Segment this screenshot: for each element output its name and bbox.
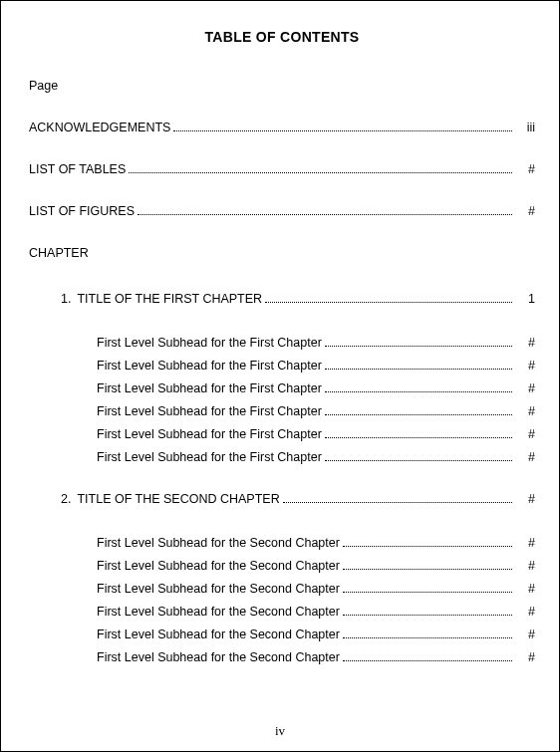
- chapter-1-subheads: First Level Subhead for the First Chapte…: [29, 336, 535, 464]
- subhead-page: #: [515, 450, 535, 464]
- subhead-page: #: [515, 336, 535, 350]
- subhead-entry: First Level Subhead for the Second Chapt…: [29, 559, 535, 573]
- subhead-page: #: [515, 650, 535, 664]
- subhead-entry: First Level Subhead for the First Chapte…: [29, 359, 535, 373]
- leader-dots: [343, 561, 512, 570]
- leader-dots: [343, 607, 512, 616]
- leader-dots: [283, 494, 512, 503]
- subhead-label: First Level Subhead for the Second Chapt…: [97, 559, 340, 573]
- doc-title: TABLE OF CONTENTS: [29, 29, 535, 45]
- chapter-title: TITLE OF THE SECOND CHAPTER: [77, 492, 279, 506]
- page-number-footer: iv: [1, 723, 559, 739]
- entry-label: ACKNOWLEDGEMENTS: [29, 121, 170, 134]
- leader-dots: [138, 206, 512, 215]
- subhead-label: First Level Subhead for the Second Chapt…: [97, 650, 340, 664]
- subhead-entry: First Level Subhead for the First Chapte…: [29, 427, 535, 441]
- entry-page: #: [515, 204, 535, 218]
- subhead-label: First Level Subhead for the First Chapte…: [97, 427, 322, 441]
- subhead-label: First Level Subhead for the First Chapte…: [97, 336, 322, 350]
- subhead-page: #: [515, 359, 535, 373]
- leader-dots: [343, 584, 512, 593]
- subhead-label: First Level Subhead for the First Chapte…: [97, 404, 322, 418]
- entry-page: iii: [515, 121, 535, 134]
- subhead-entry: First Level Subhead for the First Chapte…: [29, 450, 535, 464]
- subhead-entry: First Level Subhead for the Second Chapt…: [29, 605, 535, 619]
- entry-label: LIST OF TABLES: [29, 162, 126, 176]
- toc-chapter-2: 2. TITLE OF THE SECOND CHAPTER #: [29, 492, 535, 506]
- leader-dots: [343, 538, 512, 547]
- leader-dots: [325, 429, 512, 438]
- toc-chapter-1: 1. TITLE OF THE FIRST CHAPTER 1: [29, 292, 535, 306]
- leader-dots: [325, 338, 512, 347]
- subhead-entry: First Level Subhead for the Second Chapt…: [29, 536, 535, 550]
- leader-dots: [129, 164, 512, 173]
- chapter-title: TITLE OF THE FIRST CHAPTER: [77, 292, 262, 306]
- leader-dots: [265, 294, 512, 303]
- subhead-page: #: [515, 605, 535, 619]
- toc-entry-list-of-tables: LIST OF TABLES #: [29, 162, 535, 176]
- chapter-page: 1: [515, 292, 535, 306]
- subhead-page: #: [515, 627, 535, 641]
- subhead-label: First Level Subhead for the First Chapte…: [97, 381, 322, 395]
- subhead-page: #: [515, 536, 535, 550]
- chapter-2-subheads: First Level Subhead for the Second Chapt…: [29, 536, 535, 664]
- leader-dots: [325, 361, 512, 370]
- subhead-page: #: [515, 582, 535, 596]
- subhead-entry: First Level Subhead for the Second Chapt…: [29, 627, 535, 641]
- chapter-heading: CHAPTER: [29, 246, 535, 260]
- subhead-entry: First Level Subhead for the First Chapte…: [29, 381, 535, 395]
- entry-label: LIST OF FIGURES: [29, 204, 135, 218]
- toc-entry-list-of-figures: LIST OF FIGURES #: [29, 204, 535, 218]
- chapter-page: #: [515, 492, 535, 506]
- subhead-entry: First Level Subhead for the Second Chapt…: [29, 650, 535, 664]
- subhead-entry: First Level Subhead for the Second Chapt…: [29, 582, 535, 596]
- subhead-label: First Level Subhead for the Second Chapt…: [97, 627, 340, 641]
- subhead-page: #: [515, 381, 535, 395]
- chapter-number: 2.: [61, 492, 71, 506]
- entry-page: #: [515, 162, 535, 176]
- leader-dots: [325, 383, 512, 392]
- subhead-page: #: [515, 427, 535, 441]
- subhead-entry: First Level Subhead for the First Chapte…: [29, 404, 535, 418]
- leader-dots: [343, 652, 512, 661]
- subhead-page: #: [515, 559, 535, 573]
- subhead-label: First Level Subhead for the Second Chapt…: [97, 605, 340, 619]
- leader-dots: [325, 406, 512, 415]
- subhead-page: #: [515, 404, 535, 418]
- subhead-label: First Level Subhead for the First Chapte…: [97, 450, 322, 464]
- leader-dots: [343, 629, 512, 638]
- subhead-label: First Level Subhead for the Second Chapt…: [97, 582, 340, 596]
- subhead-label: First Level Subhead for the First Chapte…: [97, 359, 322, 373]
- chapter-number: 1.: [61, 292, 71, 306]
- subhead-entry: First Level Subhead for the First Chapte…: [29, 336, 535, 350]
- page-label: Page: [29, 79, 535, 93]
- leader-dots: [173, 123, 512, 131]
- toc-entry-acknowledgements: ACKNOWLEDGEMENTS iii: [29, 121, 535, 134]
- leader-dots: [325, 452, 512, 461]
- subhead-label: First Level Subhead for the Second Chapt…: [97, 536, 340, 550]
